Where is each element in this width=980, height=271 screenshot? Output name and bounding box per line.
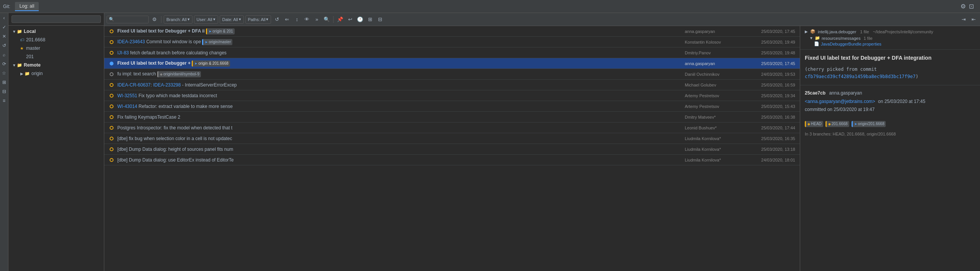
collapse-icon[interactable]: ⇤ (969, 15, 978, 24)
date-filter-arrow: ▾ (239, 17, 241, 22)
commit-row[interactable]: Fix failing KeymapsTestCase 2 Dmitry Mat… (104, 112, 800, 122)
detail-file[interactable]: 📄 JavaDebuggerBundle.properties (805, 41, 975, 46)
origin-folder[interactable]: ▶ 📁 origin (8, 69, 104, 78)
commit-row[interactable]: fu impl: text search ◆ origin/daniil/sym… (104, 69, 800, 80)
settings-icon[interactable]: ⚙ (960, 3, 966, 10)
commit-date: 25/03/2020, 19:49 (745, 40, 798, 44)
commit-row[interactable]: IDEA-CR-60637: IDEA-233298 - InternalSer… (104, 80, 800, 90)
commit-link[interactable]: IDEA-CR-60637 (117, 82, 151, 88)
commit-link[interactable]: WI-43014 (117, 104, 137, 109)
local-group-label: Local (24, 29, 36, 34)
search-left-icon[interactable]: ⌕ (1, 51, 8, 58)
commit-author: Liudmila Kornilova* (683, 158, 745, 162)
folder-expand-icon: ▼ (809, 36, 813, 40)
commit-row[interactable]: Postgres Introspector: fix the model whe… (104, 122, 800, 133)
branch-tree: ▼ 📁 Local 🏷 201.6668 ★ master 201 ▼ 📁 Re… (8, 26, 104, 271)
commit-row-selected[interactable]: Fixed UI label text for Debugger + ➤ ori… (104, 58, 800, 69)
detail-hash-line: 25cae7cb anna.gasparyan (805, 89, 975, 98)
author-email[interactable]: <anna.gasparyan@jetbrains.com> (805, 99, 875, 104)
star-left-icon[interactable]: ☆ (1, 70, 8, 77)
sort-icon[interactable]: ↕ (293, 15, 301, 24)
branch-search-input[interactable] (12, 15, 101, 23)
more-icon[interactable]: » (312, 15, 321, 24)
commit-content: WI-43014 Refactor: extract variable to m… (117, 104, 798, 109)
commit-hash: 25cae7cb (805, 90, 825, 96)
eye-icon[interactable]: 👁 (303, 15, 311, 24)
adjust-icon[interactable]: ⊟ (1, 88, 8, 95)
commit-date: 25/03/2020, 15:43 (745, 104, 798, 109)
local-group[interactable]: ▼ 📁 Local (8, 27, 104, 36)
commit-author: Artemy Pestretsov (683, 104, 745, 109)
remote-folder-icon: 📁 (17, 62, 22, 68)
commit-author: Leonid Bushuev* (683, 126, 745, 130)
detail-module-icon: 📦 (810, 29, 816, 34)
grid2-icon[interactable]: ⊟ (376, 15, 384, 24)
detail-meta-section: 25cae7cb anna.gasparyan <anna.gasparyan@… (800, 85, 980, 118)
detail-branches-section: In 3 branches: HEAD, 201.6668, origin/20… (800, 130, 980, 139)
detail-module-name: intellij.java.debugger (818, 29, 856, 34)
graph-col (106, 62, 117, 65)
commit-row[interactable]: [dbe] Dump Data dialog: use EditorEx ins… (104, 155, 800, 165)
window-icon[interactable]: ⊡ (969, 3, 974, 10)
branch-filter[interactable]: Branch: All ▾ (164, 15, 192, 24)
commit-date: 24/03/2020, 18:01 (745, 158, 798, 162)
commit-row[interactable]: IDEA-234643 Commit tool window is ope ➤ … (104, 37, 800, 47)
settings-toolbar-icon[interactable]: ⚙ (150, 15, 159, 24)
grid-icon[interactable]: ⊞ (366, 15, 374, 24)
user-filter[interactable]: User: All ▾ (194, 15, 218, 24)
clock-icon[interactable]: 🕐 (356, 15, 364, 24)
commit-dot (110, 51, 113, 55)
refresh-toolbar-icon[interactable]: ↺ (273, 15, 281, 24)
commit-row[interactable]: IJI-83 fetch default branch before calcu… (104, 47, 800, 58)
commit-link[interactable]: WI-32551 (117, 93, 137, 98)
list-icon[interactable]: ≡ (1, 97, 8, 104)
commit-row[interactable]: Fixed UI label text for Debugger + DFA i… (104, 26, 800, 37)
sync-icon[interactable]: ⟳ (1, 60, 8, 67)
cherry-pick-hash-link[interactable]: cfb79aecd39cf4289a1459ba8ec9b8d3bc17f9e7 (805, 74, 916, 79)
commit-row[interactable]: WI-32551 Fix typo which made testdata in… (104, 90, 800, 101)
commit-author: Liudmila Kornilova* (683, 147, 745, 152)
date-filter-label: Date: All (222, 17, 238, 22)
graph-col (106, 147, 117, 151)
fetch-icon[interactable]: ⇐ (283, 15, 291, 24)
tag-icon-201-6668: 🏷 (19, 37, 25, 42)
log-all-tab[interactable]: Log: all (15, 2, 39, 11)
sep2 (333, 16, 334, 23)
commit-link[interactable]: IJI-83 (117, 50, 129, 56)
sep1 (161, 16, 161, 23)
check-icon[interactable]: ✓ (1, 24, 8, 31)
folder-triangle-icon: ▶ (805, 29, 808, 34)
commit-message: Fixed UI label text for Debugger + ➤ ori… (117, 60, 683, 67)
commit-message: [dbe] Dump Data dialog: height of source… (117, 147, 683, 152)
commit-author: Artemy Pestretsov (683, 93, 745, 98)
branch-201-label: 201 (26, 54, 34, 59)
align-right-icon[interactable]: ⇥ (959, 15, 968, 24)
commit-link[interactable]: IDEA-234643 (117, 39, 145, 44)
detail-tags-section: ◆ HEAD ◆ 201.6668 ➤ origin/201.6668 (800, 118, 980, 130)
commit-message: fu impl: text search ◆ origin/daniil/sym… (117, 71, 683, 77)
back-icon[interactable]: ‹ (1, 15, 8, 21)
commit-row[interactable]: [dbe] fix bug when selection color in a … (104, 133, 800, 144)
x-icon[interactable]: ✕ (1, 33, 8, 40)
commit-row[interactable]: [dbe] Dump Data dialog: height of source… (104, 144, 800, 155)
refresh-icon[interactable]: ↺ (1, 42, 8, 49)
detail-commit-title: Fixed UI label text for Debugger + DFA i… (805, 54, 975, 62)
paths-filter[interactable]: Paths: All ▾ (245, 15, 271, 24)
commit-icon[interactable]: ⊞ (1, 79, 8, 86)
detail-commit-body: (cherry picked from commit cfb79aecd39cf… (805, 66, 975, 80)
search2-icon[interactable]: 🔍 (322, 15, 331, 24)
tag-diamond2-icon: ◆ (828, 122, 831, 126)
branch-201[interactable]: 201 (8, 52, 104, 61)
commit-link2[interactable]: IDEA-233298 (153, 82, 181, 88)
remote-group[interactable]: ▼ 📁 Remote (8, 61, 104, 69)
commit-dot (110, 72, 113, 76)
graph-col (106, 72, 117, 76)
date-filter[interactable]: Date: All ▾ (220, 15, 244, 24)
branch-master[interactable]: ★ master (8, 44, 104, 52)
commit-row[interactable]: WI-43014 Refactor: extract variable to m… (104, 101, 800, 112)
undo-icon[interactable]: ↩ (346, 15, 354, 24)
pin-icon[interactable]: 📌 (336, 15, 344, 24)
branch-201-6668[interactable]: 🏷 201.6668 (8, 36, 104, 44)
commit-content: Fixed UI label text for Debugger + ➤ ori… (117, 60, 798, 67)
commit-content: fu impl: text search ◆ origin/daniil/sym… (117, 71, 798, 77)
